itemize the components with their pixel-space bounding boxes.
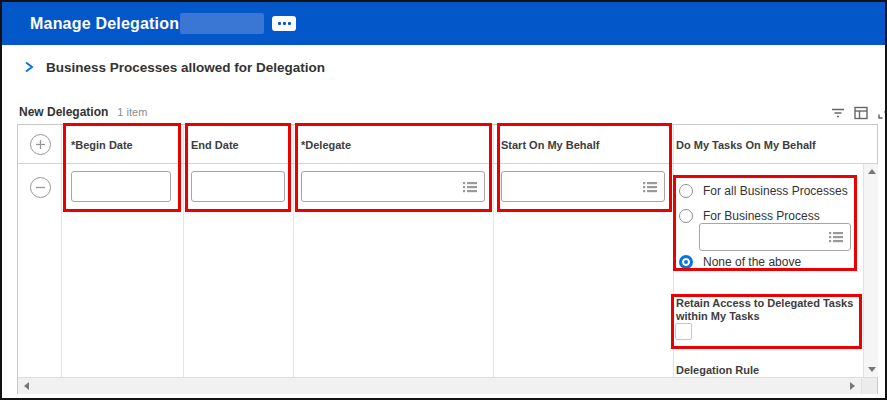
radio-option-none-of-the-above[interactable]: None of the above <box>679 255 801 269</box>
radio-option-label: For Business Process <box>703 209 820 223</box>
screenshot-frame: Manage Delegations Business Processes al… <box>0 0 887 400</box>
delegate-field <box>301 171 485 202</box>
prompt-list-icon <box>642 180 658 194</box>
prompt-list-icon <box>828 230 844 244</box>
expand-grid-button[interactable] <box>876 105 887 121</box>
grid-item-count: 1 item <box>117 106 147 118</box>
ellipsis-icon <box>278 22 281 25</box>
scroll-left-arrow-icon[interactable] <box>24 382 29 390</box>
prompt-list-icon <box>462 180 478 194</box>
section-link-label: Business Processes allowed for Delegatio… <box>46 60 325 75</box>
filter-icon <box>830 105 846 121</box>
start-on-my-behalf-field <box>501 171 665 202</box>
minus-icon <box>35 182 46 193</box>
ellipsis-icon <box>288 22 291 25</box>
grid-toolbar <box>830 105 887 121</box>
fullscreen-icon <box>876 105 887 121</box>
chevron-right-icon <box>22 59 36 75</box>
horizontal-scrollbar[interactable] <box>18 377 877 394</box>
vertical-scrollbar[interactable] <box>863 164 878 377</box>
plus-icon <box>35 139 46 150</box>
column-header-start-on-my-behalf: Start On My Behalf <box>501 139 599 151</box>
filter-button[interactable] <box>830 105 846 121</box>
business-process-prompt-button[interactable] <box>828 230 850 244</box>
begin-date-input[interactable] <box>71 171 171 202</box>
related-actions-button[interactable] <box>272 16 296 31</box>
scroll-up-arrow-icon[interactable] <box>868 169 876 174</box>
ellipsis-icon <box>283 22 286 25</box>
radio-option-for-all-business-processes[interactable]: For all Business Processes <box>679 184 848 198</box>
grid-title: New Delegation <box>19 105 108 119</box>
scrollbar-corner <box>861 377 877 394</box>
delegate-input[interactable] <box>302 172 462 201</box>
column-header-begin-date: *Begin Date <box>71 139 133 151</box>
grid-meta: New Delegation 1 item <box>19 105 147 119</box>
scroll-down-arrow-icon[interactable] <box>868 367 876 372</box>
business-process-input[interactable] <box>700 224 828 250</box>
business-processes-section-link[interactable]: Business Processes allowed for Delegatio… <box>22 59 325 75</box>
retain-access-checkbox[interactable] <box>675 323 692 340</box>
radio-unselected-icon[interactable] <box>679 184 693 198</box>
radio-option-label: None of the above <box>703 255 801 269</box>
radio-unselected-icon[interactable] <box>679 209 693 223</box>
redacted-subject-chip <box>180 13 264 34</box>
delegate-prompt-button[interactable] <box>462 180 484 194</box>
retain-access-label: Retain Access to Delegated Tasks within … <box>676 297 862 323</box>
delegation-rule-label: Delegation Rule <box>676 364 759 376</box>
radio-selected-icon[interactable] <box>679 255 693 269</box>
grid-view-button[interactable] <box>853 105 869 121</box>
grid-icon <box>853 105 869 121</box>
delegations-grid: *Begin Date End Date *Delegate Start On … <box>17 124 878 394</box>
radio-option-label: For all Business Processes <box>703 184 848 198</box>
top-header-bar: Manage Delegations <box>2 2 885 45</box>
radio-option-for-business-process[interactable]: For Business Process <box>679 209 820 223</box>
business-process-field <box>699 223 851 251</box>
add-row-button[interactable] <box>30 134 51 155</box>
column-header-end-date: End Date <box>191 139 239 151</box>
column-header-do-my-tasks: Do My Tasks On My Behalf <box>676 139 816 151</box>
scroll-right-arrow-icon[interactable] <box>850 382 855 390</box>
start-on-my-behalf-prompt-button[interactable] <box>642 180 664 194</box>
remove-row-button[interactable] <box>30 177 51 198</box>
page-canvas: Manage Delegations Business Processes al… <box>2 2 885 398</box>
end-date-input[interactable] <box>191 171 285 202</box>
start-on-my-behalf-input[interactable] <box>502 172 642 201</box>
header-divider <box>18 163 877 164</box>
column-header-delegate: *Delegate <box>301 139 351 151</box>
page-title: Manage Delegations <box>30 2 188 45</box>
